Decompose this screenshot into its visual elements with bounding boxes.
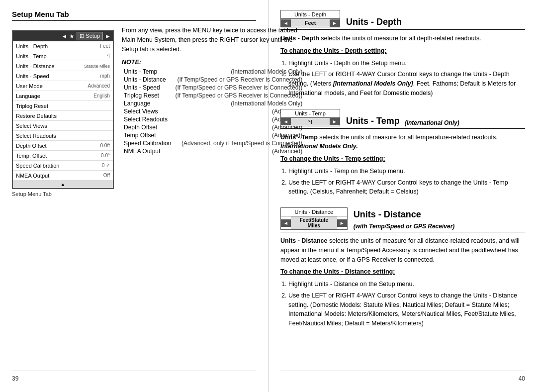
temp-steps: Highlight Units - Temp on the Setup menu… [280,167,525,196]
widget-depth-label: Units - Depth [280,10,340,19]
menu-row-triplog-reset: Triplog Reset [13,101,113,111]
distance-step-2: Use the LEFT or RIGHT 4-WAY Cursor Contr… [288,291,525,328]
menu-row-units-speed: Units - Speed mph [13,71,113,81]
depth-left-arrow[interactable]: ◄ [281,19,291,27]
widget-units-distance: Units - Distance ◄ Feet/Statute Miles ► [280,207,348,230]
section-title-temp: Units - Temp [346,116,400,126]
section-units-distance: Units - Distance ◄ Feet/Statute Miles ► … [280,207,525,331]
page-left: Setup Menu Tab ◄ ★ ⊞ Setup ► Units - Dep… [0,0,268,392]
temp-intro: Units - Temp selects the units of measur… [280,133,525,152]
device-title-bar: ◄ ★ ⊞ Setup ► [13,31,113,41]
widget-distance-label: Units - Distance [280,207,348,216]
menu-row-speed-calibration: Speed Calibration 0 ✓ [13,161,113,171]
depth-value: Feet [291,19,330,27]
menu-row-units-depth: Units - Depth Feet [13,41,113,51]
distance-title-group: Units - Distance (with Temp/Speed or GPS… [354,209,525,230]
menu-rows: Units - Depth Feet Units - Temp °f Units… [13,41,113,188]
distance-step-1: Highlight Units - Distance on the Setup … [288,280,525,289]
menu-row-nmea-output: NMEA Output Off [13,171,113,181]
menu-row-temp-offset: Temp. Offset 0.0° [13,151,113,161]
section-title-area-depth: Units - Depth [346,10,402,27]
distance-value: Feet/Statute Miles [291,216,337,229]
depth-steps: Highlight Units - Depth on the Setup men… [280,59,525,98]
depth-step-1: Highlight Units - Depth on the Setup men… [288,59,525,68]
menu-row-depth-offset: Depth Offset 0.0ft [13,141,113,151]
menu-row-user-mode: User Mode Advanced [13,81,113,91]
menu-row-units-temp: Units - Temp °f [13,51,113,61]
widget-distance-selector: ◄ Feet/Statute Miles ► [280,216,348,230]
page-number-left: 39 [12,371,256,382]
star-icon: ★ [69,33,75,40]
section-header-temp: Units - Temp ◄ °f ► Units - Temp (Intern… [280,109,525,129]
device-caption: Setup Menu Tab [12,191,52,197]
scroll-indicator: ▲ [13,181,113,188]
setup-menu-title: Setup Menu Tab [12,10,256,21]
section-title-distance: Units - Distance [354,209,421,220]
temp-title-group: Units - Temp (International Only) [346,116,459,126]
temp-right-arrow[interactable]: ► [330,118,340,125]
forward-icon: ► [105,33,111,40]
widget-temp-label: Units - Temp [280,109,340,118]
page-number-right: 40 [280,371,525,382]
depth-right-arrow[interactable]: ► [330,19,340,27]
menu-row-select-views: Select Views [13,121,113,131]
page-right: Units - Depth ◄ Feet ► Units - Depth Uni… [268,0,537,392]
menu-row-restore-defaults: Restore Defaults [13,111,113,121]
section-body-distance: Units - Distance selects the units of me… [280,236,525,328]
temp-step-2: Use the LEFT or RIGHT 4-WAY Cursor Contr… [288,178,525,197]
device-mockup: ◄ ★ ⊞ Setup ► Units - Depth Feet Units -… [12,30,114,371]
section-subtitle-temp: (International Only) [405,119,459,126]
temp-value: °f [291,118,330,126]
temp-left-arrow[interactable]: ◄ [281,118,291,125]
section-header-distance: Units - Distance ◄ Feet/Statute Miles ► … [280,207,525,232]
distance-steps: Highlight Units - Distance on the Setup … [280,280,525,328]
section-units-depth: Units - Depth ◄ Feet ► Units - Depth Uni… [280,10,525,101]
widget-depth-selector: ◄ Feet ► [280,19,340,27]
depth-step-2: Use the LEFT or RIGHT 4-WAY Cursor Contr… [288,70,525,98]
widget-units-depth: Units - Depth ◄ Feet ► [280,10,340,27]
distance-left-arrow[interactable]: ◄ [281,219,291,227]
back-icon: ◄ [61,33,67,40]
section-body-depth: Units - Depth selects the units of measu… [280,34,525,98]
widget-temp-selector: ◄ °f ► [280,118,340,126]
distance-intro: Units - Distance selects the units of me… [280,236,525,264]
device-screen: ◄ ★ ⊞ Setup ► Units - Depth Feet Units -… [12,30,114,189]
distance-change-heading: To change the Units - Distance setting: [280,267,525,277]
menu-row-select-readouts: Select Readouts [13,131,113,141]
menu-row-units-distance: Units - Distance Statute Miles [13,61,113,71]
depth-change-heading: To change the Units - Depth setting: [280,46,525,56]
section-body-temp: Units - Temp selects the units of measur… [280,133,525,197]
section-units-temp: Units - Temp ◄ °f ► Units - Temp (Intern… [280,109,525,200]
widget-units-temp: Units - Temp ◄ °f ► [280,109,340,126]
distance-right-arrow[interactable]: ► [337,219,347,227]
temp-change-heading: To change the Units - Temp setting: [280,154,525,164]
depth-intro: Units - Depth selects the units of measu… [280,34,525,43]
section-subtitle-distance: (with Temp/Speed or GPS Receiver) [354,223,455,230]
temp-step-1: Highlight Units - Temp on the Setup menu… [288,167,525,176]
section-header-depth: Units - Depth ◄ Feet ► Units - Depth [280,10,525,30]
section-title-area-temp: Units - Temp (International Only) [346,109,459,126]
section-title-area-distance: Units - Distance (with Temp/Speed or GPS… [354,207,525,230]
setup-tab-icon: ⊞ Setup [77,32,103,40]
menu-row-language: Language English [13,91,113,101]
section-title-depth: Units - Depth [346,17,402,27]
